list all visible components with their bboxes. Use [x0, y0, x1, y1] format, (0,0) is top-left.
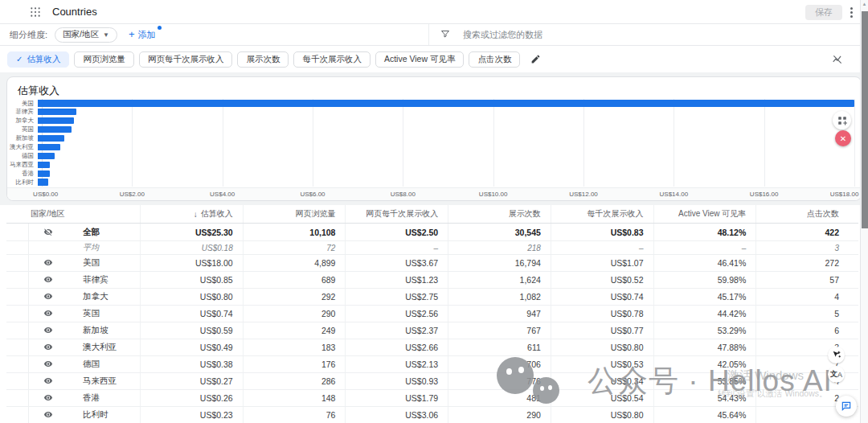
- chart-bar-track: [38, 125, 854, 134]
- chart-bar-row: 新加坡: [7, 134, 854, 143]
- axis-tick-label: US$16.00: [750, 191, 779, 198]
- table-cell: 292: [243, 289, 346, 305]
- chart-plot: 美国菲律宾加拿大英国新加坡澳大利亚德国马来西亚香港比利时: [7, 99, 854, 187]
- metric-chip[interactable]: 每千次展示收入: [293, 51, 371, 68]
- visibility-icon[interactable]: [43, 309, 55, 318]
- row-name-cell: 美国: [29, 255, 140, 271]
- table-row[interactable]: 美国US$18.004,899US$3.6716,794US$1.0746.41…: [6, 255, 858, 272]
- report-builder-app: Countries 保存 细分维度: 国家/地区 ▼ + 添加 搜索或过滤您的数…: [0, 0, 868, 423]
- table-cell: US$18.00: [140, 255, 243, 271]
- table-row[interactable]: 马来西亚US$0.27286US$0.93776US$0.3453.85%4: [6, 373, 858, 390]
- visibility-icon[interactable]: [43, 258, 55, 268]
- title-bar: Countries 保存: [0, 0, 868, 24]
- edit-metrics-button[interactable]: [530, 54, 541, 64]
- column-header[interactable]: 每千次展示收入: [551, 205, 653, 223]
- vertical-scrollbar[interactable]: ▲: [860, 0, 868, 423]
- table-row[interactable]: 比利时US$0.2376US$3.06290US$0.8045.64%: [6, 407, 858, 423]
- table-cell: 3: [755, 241, 858, 254]
- visibility-off-icon[interactable]: [43, 228, 55, 237]
- table-cell: 30,545: [448, 224, 551, 240]
- chart-bar[interactable]: [38, 100, 854, 107]
- table-row[interactable]: 英国US$0.74290US$2.56947US$0.7844.42%5: [6, 306, 858, 322]
- table-row[interactable]: 澳大利亚US$0.49183US$2.66611US$0.8047.88%3: [6, 339, 858, 356]
- dimension-dropdown[interactable]: 国家/地区 ▼: [55, 27, 117, 43]
- axis-tick-label: US$2.00: [120, 191, 145, 198]
- extension-grid-button[interactable]: [833, 111, 851, 129]
- row-label: 德国: [83, 359, 100, 370]
- save-button[interactable]: 保存: [805, 5, 842, 20]
- table-cell: 290: [448, 407, 551, 423]
- column-header[interactable]: 网页浏览量: [243, 205, 346, 223]
- metric-chip[interactable]: Active View 可见率: [375, 51, 465, 68]
- pink-extension-button[interactable]: ✕: [835, 130, 851, 146]
- table-body: 全部US$25.3010,108US$2.5030,545US$0.8348.1…: [6, 224, 858, 423]
- cursor-extension-button[interactable]: [828, 347, 845, 363]
- metric-chip[interactable]: 点击次数: [469, 51, 520, 68]
- metric-chips: ✓估算收入网页浏览量网页每千次展示收入展示次数每千次展示收入Active Vie…: [7, 51, 520, 68]
- table-row[interactable]: 香港US$0.26148US$1.79481US$0.5454.43%2: [6, 390, 858, 407]
- metric-chip[interactable]: 网页浏览量: [74, 51, 134, 68]
- chart-category-label: 澳大利亚: [7, 144, 38, 150]
- visibility-icon[interactable]: [43, 410, 55, 420]
- table-cell: –: [653, 241, 756, 254]
- chart-bar[interactable]: [38, 170, 50, 178]
- chart-bar[interactable]: [38, 153, 55, 160]
- chart-bar[interactable]: [38, 179, 48, 186]
- column-header[interactable]: ↓估算收入: [140, 205, 243, 223]
- metric-chip[interactable]: 展示次数: [237, 51, 289, 68]
- visibility-icon[interactable]: [43, 393, 55, 403]
- visibility-icon[interactable]: [43, 326, 55, 335]
- add-dimension-button[interactable]: + 添加: [129, 29, 156, 41]
- metric-chip[interactable]: 网页每千次展示收入: [139, 51, 233, 68]
- more-options-button[interactable]: [845, 5, 858, 19]
- table-cell: US$0.23: [140, 407, 243, 423]
- column-header-label: 网页浏览量: [295, 208, 335, 220]
- chart-bar[interactable]: [38, 162, 50, 169]
- chart-category-label: 英国: [7, 126, 38, 133]
- row-label: 马来西亚: [83, 376, 117, 387]
- hide-chart-icon[interactable]: [832, 54, 843, 65]
- chart-bar[interactable]: [38, 109, 76, 116]
- sort-descending-icon: ↓: [194, 210, 198, 219]
- table-cell: US$1.23: [345, 272, 448, 288]
- chart-bar[interactable]: [38, 126, 72, 133]
- chart-bar[interactable]: [38, 135, 64, 142]
- visibility-icon[interactable]: [43, 292, 55, 302]
- column-header-country[interactable]: 国家/地区: [6, 205, 140, 223]
- visibility-icon[interactable]: [43, 343, 55, 352]
- chart-title: 估算收入: [18, 84, 59, 98]
- chart-bar[interactable]: [38, 144, 60, 151]
- column-header[interactable]: 网页每千次展示收入: [345, 205, 448, 223]
- visibility-icon[interactable]: [43, 275, 55, 285]
- column-header-label: 点击次数: [807, 208, 839, 220]
- translate-icon[interactable]: 文A: [828, 366, 845, 383]
- table-cell: 481: [448, 390, 551, 406]
- column-header[interactable]: 展示次数: [448, 205, 551, 223]
- scrollbar-thumb[interactable]: [862, 11, 868, 228]
- column-header[interactable]: 点击次数: [755, 205, 858, 223]
- table-cell: US$2.75: [345, 289, 448, 305]
- visibility-icon[interactable]: [43, 376, 55, 386]
- table-row-total[interactable]: 全部US$25.3010,108US$2.5030,545US$0.8348.1…: [6, 224, 858, 241]
- filter-field[interactable]: 搜索或过滤您的数据: [440, 24, 542, 45]
- table-row[interactable]: 德国US$0.38176US$2.13706US$0.5342.05%7: [6, 356, 858, 373]
- table-row[interactable]: 加拿大US$0.80292US$2.751,082US$0.7445.17%4: [6, 289, 858, 306]
- metric-chip[interactable]: ✓估算收入: [7, 51, 69, 68]
- chart-bar[interactable]: [38, 117, 74, 125]
- row-gutter: [6, 373, 29, 389]
- table-cell: 45.17%: [653, 289, 756, 305]
- table-cell: US$25.30: [140, 224, 243, 240]
- chart-bar-track: [38, 108, 854, 117]
- metric-chip-label: 展示次数: [246, 54, 280, 65]
- table-row[interactable]: 菲律宾US$0.85689US$1.231,624US$0.5259.98%57: [6, 272, 858, 289]
- table-row[interactable]: 新加坡US$0.59249US$2.37767US$0.7753.29%6: [6, 322, 858, 339]
- chart-bar-track: [38, 117, 854, 125]
- scrollbar-up-arrow[interactable]: ▲: [861, 2, 868, 6]
- row-label: 美国: [83, 257, 100, 269]
- visibility-icon[interactable]: [43, 359, 55, 369]
- axis-tick-label: US$8.00: [391, 191, 416, 198]
- chart-card: 估算收入 美国菲律宾加拿大英国新加坡澳大利亚德国马来西亚香港比利时 US$0.0…: [6, 76, 862, 201]
- feedback-chat-button[interactable]: [836, 396, 857, 417]
- column-header[interactable]: Active View 可见率: [653, 205, 756, 223]
- chart-bar-row: 英国: [7, 125, 854, 134]
